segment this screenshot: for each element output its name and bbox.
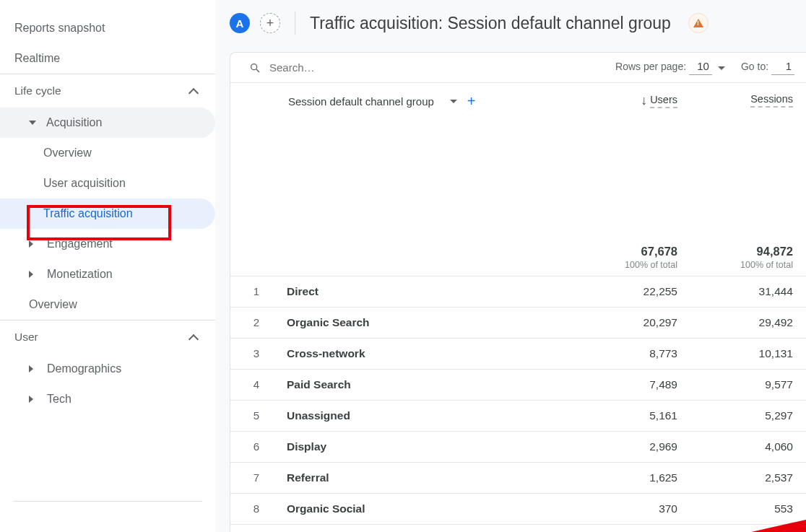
row-dimension: Display <box>274 431 575 462</box>
row-sessions: 553 <box>690 493 806 524</box>
sidebar-item-realtime[interactable]: Realtime <box>0 43 215 74</box>
sidebar-item-reports-snapshot[interactable]: Reports snapshot <box>0 13 215 43</box>
row-sessions: 2,537 <box>690 462 806 493</box>
svg-line-1 <box>256 69 259 72</box>
row-index: 7 <box>230 462 274 493</box>
sidebar-item-label: Tech <box>47 393 72 406</box>
row-sessions: 29,492 <box>690 307 806 338</box>
sidebar-section-label: User <box>14 331 38 344</box>
table-toolbar: Rows per page: 10 Go to: 1 <box>230 53 806 82</box>
sidebar-item-acq-overview[interactable]: Overview <box>0 138 215 168</box>
data-card: Rows per page: 10 Go to: 1 Session defau… <box>230 52 806 532</box>
table-row[interactable]: 6Display2,9694,060 <box>230 431 806 462</box>
table-row[interactable]: 2Organic Search20,29729,492 <box>230 307 806 338</box>
add-segment-button[interactable]: + <box>260 13 280 33</box>
row-users: 20,297 <box>575 307 690 338</box>
row-index: 9 <box>230 524 274 532</box>
sidebar-item-demographics[interactable]: Demographics <box>0 354 215 384</box>
rows-per-page-label: Rows per page: <box>615 61 686 72</box>
row-users: 2,969 <box>575 431 690 462</box>
column-label: Users <box>650 94 677 108</box>
row-index: 5 <box>230 400 274 431</box>
sidebar-section-lifecycle[interactable]: Life cycle <box>0 74 215 108</box>
row-dimension: Direct <box>274 276 575 307</box>
totals-sessions: 94,872 <box>757 245 793 258</box>
goto-input[interactable]: 1 <box>771 60 794 75</box>
header: A + Traffic acquisition: Session default… <box>215 0 806 51</box>
rows-per-page-select[interactable]: 10 <box>689 60 712 75</box>
table-row[interactable]: 7Referral1,6252,537 <box>230 462 806 493</box>
chevron-down-icon <box>29 121 36 125</box>
row-index: 8 <box>230 493 274 524</box>
sidebar-item-label: Acquisition <box>46 116 102 129</box>
row-dimension: Unassigned <box>274 400 575 431</box>
dimension-selector[interactable]: Session default channel group <box>288 95 434 108</box>
sidebar-item-label: Monetization <box>47 268 113 281</box>
row-index: 3 <box>230 338 274 369</box>
sidebar-item-label: Engagement <box>47 237 113 250</box>
sidebar-item-traffic-acquisition[interactable]: Traffic acquisition <box>0 199 215 229</box>
table-row[interactable]: 5Unassigned5,1615,297 <box>230 400 806 431</box>
warning-icon <box>693 19 703 27</box>
totals-users: 67,678 <box>641 245 677 258</box>
table-row[interactable]: 1Direct22,25531,444 <box>230 276 806 307</box>
row-index: 4 <box>230 369 274 400</box>
row-index: 6 <box>230 431 274 462</box>
sort-arrow-icon: ↓ <box>641 93 647 108</box>
sidebar-item-engagement[interactable]: Engagement <box>0 229 215 259</box>
sidebar-item-acquisition[interactable]: Acquisition <box>0 108 215 138</box>
row-index: 2 <box>230 307 274 338</box>
row-users: 370 <box>575 493 690 524</box>
sidebar-item-label: Demographics <box>47 362 121 375</box>
main-content: A + Traffic acquisition: Session default… <box>215 0 806 532</box>
totals-row: 67,678 100% of total 94,872 100% of tota… <box>230 220 806 276</box>
row-users: 7,489 <box>575 369 690 400</box>
sidebar: Reports snapshot Realtime Life cycle Acq… <box>0 0 215 532</box>
row-sessions: 4,060 <box>690 431 806 462</box>
row-index: 1 <box>230 276 274 307</box>
sidebar-item-monetization[interactable]: Monetization <box>0 259 215 289</box>
segment-avatar[interactable]: A <box>230 13 250 33</box>
goto-label: Go to: <box>741 61 768 72</box>
totals-sessions-pct: 100% of total <box>703 260 793 270</box>
row-sessions: 814 <box>690 524 806 532</box>
svg-point-0 <box>251 64 257 69</box>
row-sessions: 10,131 <box>690 338 806 369</box>
chevron-up-icon <box>188 332 198 342</box>
sidebar-item-lifecycle-overview[interactable]: Overview <box>0 289 215 320</box>
sidebar-section-label: Life cycle <box>14 84 61 97</box>
add-dimension-button[interactable]: + <box>467 93 476 110</box>
row-sessions: 9,577 <box>690 369 806 400</box>
search-input[interactable] <box>269 61 607 74</box>
row-dimension: Organic Social <box>274 493 575 524</box>
row-users: 8,773 <box>575 338 690 369</box>
row-dimension: Cross-network <box>274 338 575 369</box>
table-row[interactable]: 3Cross-network8,77310,131 <box>230 338 806 369</box>
row-users: 1,625 <box>575 462 690 493</box>
chevron-right-icon <box>29 396 37 403</box>
dropdown-icon <box>450 100 457 103</box>
column-header-sessions[interactable]: Sessions <box>690 83 806 220</box>
page-title: Traffic acquisition: Session default cha… <box>310 14 671 33</box>
sidebar-section-user[interactable]: User <box>0 320 215 354</box>
warning-badge[interactable] <box>688 13 708 33</box>
chevron-right-icon <box>29 240 37 248</box>
row-sessions: 31,444 <box>690 276 806 307</box>
table-row[interactable]: 4Paid Search7,4899,577 <box>230 369 806 400</box>
column-label: Sessions <box>750 93 793 108</box>
data-table: Session default channel group + ↓Users S… <box>230 82 806 532</box>
row-users: 337 <box>575 524 690 532</box>
chevron-right-icon <box>29 271 37 278</box>
row-dimension: Paid Search <box>274 369 575 400</box>
chevron-right-icon <box>29 365 37 372</box>
sidebar-item-user-acquisition[interactable]: User acquisition <box>0 168 215 199</box>
table-row[interactable]: 9Email337814 <box>230 524 806 532</box>
row-users: 22,255 <box>575 276 690 307</box>
sidebar-item-tech[interactable]: Tech <box>0 384 215 414</box>
table-row[interactable]: 8Organic Social370553 <box>230 493 806 524</box>
row-dimension: Referral <box>274 462 575 493</box>
dropdown-icon <box>718 66 725 70</box>
totals-users-pct: 100% of total <box>588 260 677 270</box>
column-header-users[interactable]: ↓Users <box>575 83 690 220</box>
chevron-up-icon <box>188 86 198 96</box>
